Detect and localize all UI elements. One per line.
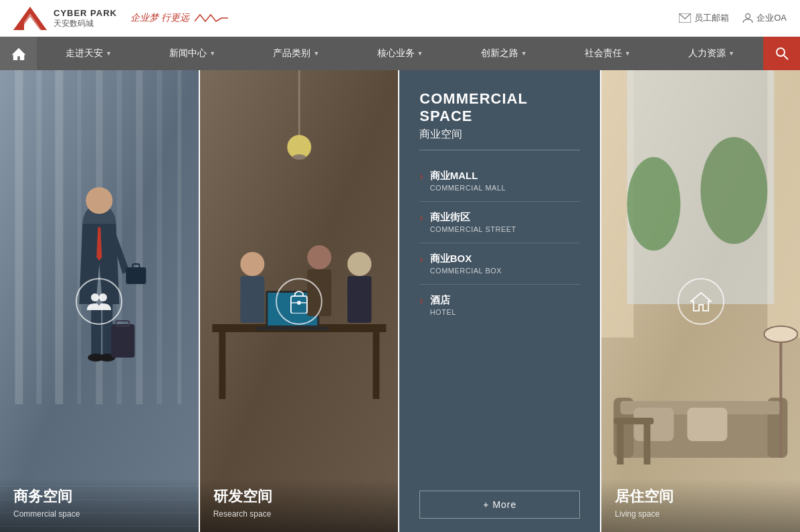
svg-point-42 <box>307 245 331 269</box>
svg-point-57 <box>627 157 681 251</box>
commercial-divider <box>419 150 580 150</box>
svg-marker-5 <box>12 48 25 60</box>
svg-rect-41 <box>240 276 264 323</box>
nav-item-news[interactable]: 新闻中心 ▼ <box>140 37 244 70</box>
commercial-space-title-en: COMMERCIAL SPACE <box>419 90 580 125</box>
svg-rect-67 <box>614 418 654 424</box>
logo-text: CYBER PARK 天安数码城 <box>54 8 117 28</box>
employee-email-link[interactable]: 员工邮箱 <box>679 12 729 24</box>
chevron-icon: › <box>419 170 423 182</box>
hotel-item-en: HOTEL <box>430 308 456 316</box>
chevron-icon: ▼ <box>521 50 527 57</box>
employee-email-label: 员工邮箱 <box>694 12 729 24</box>
box-item-en: COMMERCIAL BOX <box>430 267 502 275</box>
svg-point-31 <box>99 293 107 301</box>
chevron-icon: ▼ <box>313 50 319 57</box>
business-panel-overlay: 商务空间 Commercial space <box>0 473 199 532</box>
mall-item-cn: 商业MALL <box>430 170 506 182</box>
box-item-cn: 商业BOX <box>430 253 502 265</box>
research-panel[interactable]: 研发空间 Research space <box>200 70 399 532</box>
search-icon <box>775 47 789 60</box>
nav-item-hr[interactable]: 人力资源 ▼ <box>660 37 763 70</box>
commercial-item-box[interactable]: › 商业BOX COMMERCIAL BOX <box>419 243 580 285</box>
user-icon <box>742 13 753 23</box>
commercial-space-title-cn: 商业空间 <box>419 128 580 142</box>
email-icon <box>679 13 691 23</box>
commercial-item-mall[interactable]: › 商业MALL COMMERCIAL MALL <box>419 160 580 202</box>
commercial-space-panel: COMMERCIAL SPACE 商业空间 › 商业MALL COMMERCIA… <box>399 70 600 532</box>
nav-search-button[interactable] <box>763 37 800 70</box>
svg-rect-45 <box>347 276 371 323</box>
research-panel-overlay: 研发空间 Research space <box>200 473 399 532</box>
svg-rect-39 <box>256 327 329 330</box>
svg-point-40 <box>240 252 264 276</box>
svg-marker-1 <box>13 10 47 30</box>
chevron-icon: › <box>419 212 423 224</box>
business-panel[interactable]: 商务空间 Commercial space <box>0 70 199 532</box>
enterprise-oa-link[interactable]: 企业OA <box>742 12 787 24</box>
commercial-item-street[interactable]: › 商业街区 COMMERCIAL STREET <box>419 202 580 243</box>
svg-marker-70 <box>691 293 711 311</box>
house-icon <box>690 291 712 312</box>
chevron-icon: › <box>419 253 423 265</box>
nav-item-responsibility[interactable]: 社会责任 ▼ <box>556 37 660 70</box>
more-button[interactable]: + More <box>419 491 580 519</box>
living-panel[interactable]: 居住空间 Living space <box>601 70 800 532</box>
research-title-en: Research space <box>213 509 385 519</box>
svg-line-7 <box>784 55 788 59</box>
logo-icon <box>13 3 47 33</box>
svg-rect-2 <box>19 22 24 30</box>
nav-item-core[interactable]: 核心业务 ▼ <box>348 37 452 70</box>
svg-rect-36 <box>373 332 379 399</box>
svg-point-20 <box>86 187 112 214</box>
business-icon-circle <box>76 278 122 325</box>
nav-item-about[interactable]: 走进天安 ▼ <box>37 37 140 70</box>
svg-rect-69 <box>644 424 651 464</box>
nav-item-products[interactable]: 产品类别 ▼ <box>244 37 348 70</box>
living-panel-overlay: 居住空间 Living space <box>601 473 800 532</box>
business-title-cn: 商务空间 <box>13 487 185 507</box>
svg-point-58 <box>701 137 768 244</box>
mall-item-en: COMMERCIAL MALL <box>430 184 506 192</box>
hotel-item-cn: 酒店 <box>430 294 456 307</box>
street-item-cn: 商业街区 <box>430 211 516 224</box>
svg-point-66 <box>765 326 798 342</box>
header-right: 员工邮箱 企业OA <box>679 12 787 24</box>
chevron-icon: ▼ <box>728 50 734 57</box>
logo-cn: 天安数码城 <box>54 19 117 28</box>
living-title-cn: 居住空间 <box>615 487 787 507</box>
research-icon-circle <box>276 278 322 325</box>
research-title-cn: 研发空间 <box>213 487 385 507</box>
main-content: 商务空间 Commercial space <box>0 70 800 532</box>
svg-rect-28 <box>111 324 134 358</box>
nav-item-innovation[interactable]: 创新之路 ▼ <box>452 37 556 70</box>
svg-rect-68 <box>617 424 624 464</box>
enterprise-oa-label: 企业OA <box>757 12 787 24</box>
nav-home-button[interactable] <box>0 37 37 70</box>
logo-area: CYBER PARK 天安数码城 <box>13 3 117 33</box>
home-nav-icon <box>11 47 26 60</box>
chevron-icon: ▼ <box>209 50 215 57</box>
bag-icon <box>288 289 310 313</box>
nav-items: 走进天安 ▼ 新闻中心 ▼ 产品类别 ▼ 核心业务 ▼ 创新之路 ▼ 社会责任 … <box>37 37 763 70</box>
street-item-en: COMMERCIAL STREET <box>430 225 516 233</box>
svg-rect-35 <box>219 332 225 399</box>
chevron-icon: ▼ <box>417 50 423 57</box>
living-icon-circle <box>678 278 724 325</box>
logo-en: CYBER PARK <box>54 8 117 19</box>
svg-point-6 <box>777 48 785 56</box>
svg-point-30 <box>91 293 99 301</box>
chevron-icon: › <box>419 295 423 307</box>
svg-point-51 <box>297 301 301 305</box>
navigation: 走进天安 ▼ 新闻中心 ▼ 产品类别 ▼ 核心业务 ▼ 创新之路 ▼ 社会责任 … <box>0 37 800 70</box>
chevron-icon: ▼ <box>625 50 631 57</box>
chevron-icon: ▼ <box>106 50 112 57</box>
people-icon <box>87 291 111 311</box>
commercial-item-hotel[interactable]: › 酒店 HOTEL <box>419 285 580 325</box>
header: CYBER PARK 天安数码城 企业梦 行更远 员工邮箱 企业OA <box>0 0 800 37</box>
svg-point-48 <box>292 154 306 160</box>
svg-point-4 <box>746 14 751 19</box>
slogan: 企业梦 行更远 <box>130 11 228 25</box>
svg-point-44 <box>347 252 371 276</box>
business-title-en: Commercial space <box>13 509 185 519</box>
